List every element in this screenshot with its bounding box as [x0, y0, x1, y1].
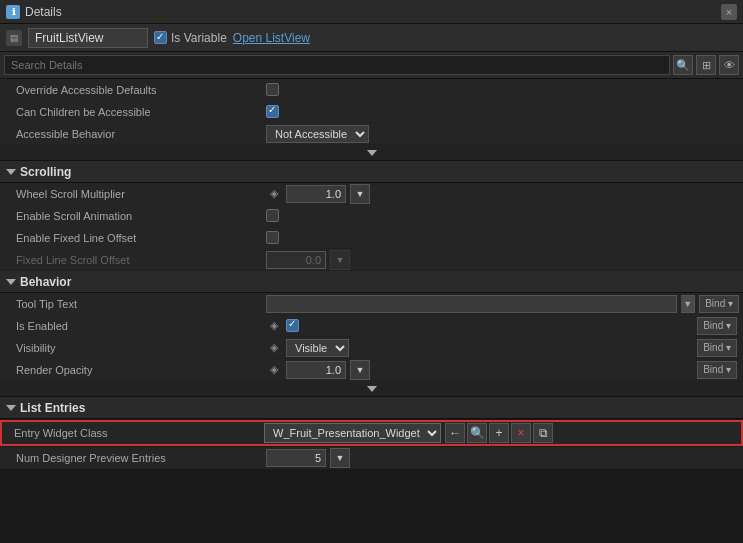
render-opacity-reset-icon[interactable]: ◈	[266, 363, 282, 376]
accessible-behavior-select[interactable]: Not Accessible	[266, 125, 369, 143]
collapse-row-1[interactable]	[0, 145, 743, 161]
entry-widget-arrow-left-btn[interactable]: ←	[445, 423, 465, 443]
is-variable-text: Is Variable	[171, 31, 227, 45]
visibility-reset-icon[interactable]: ◈	[266, 341, 282, 354]
override-accessible-defaults-value	[266, 83, 737, 96]
entry-widget-class-select[interactable]: W_Fruit_Presentation_Widget	[264, 423, 441, 443]
enable-fixed-line-offset-label: Enable Fixed Line Offset	[16, 232, 266, 244]
is-enabled-bind-button[interactable]: Bind ▾	[697, 317, 737, 335]
accessible-behavior-label: Accessible Behavior	[16, 128, 266, 140]
wheel-scroll-multiplier-value: ◈ ▼	[266, 184, 737, 204]
collapse-row-2[interactable]	[0, 381, 743, 397]
tool-tip-dropdown-btn[interactable]: ▼	[681, 295, 695, 313]
wheel-scroll-expand-btn[interactable]: ▼	[350, 184, 370, 204]
tool-tip-text-row: Tool Tip Text ▼ Bind ▾	[0, 293, 743, 315]
tool-tip-text-input[interactable]	[266, 295, 677, 313]
num-designer-preview-input[interactable]	[266, 449, 326, 467]
override-accessible-defaults-label: Override Accessible Defaults	[16, 84, 266, 96]
visibility-bind-button[interactable]: Bind ▾	[697, 339, 737, 357]
is-enabled-row: Is Enabled ◈ Bind ▾	[0, 315, 743, 337]
entry-widget-class-label: Entry Widget Class	[14, 427, 264, 439]
view-grid-button[interactable]: ⊞	[696, 55, 716, 75]
render-opacity-bind-button[interactable]: Bind ▾	[697, 361, 737, 379]
search-bar: 🔍 ⊞ 👁	[0, 52, 743, 79]
fixed-line-scroll-offset-label: Fixed Line Scroll Offset	[16, 254, 266, 266]
entry-widget-icon-buttons: ← 🔍 + × ⧉	[445, 423, 553, 443]
fixed-line-scroll-offset-input	[266, 251, 326, 269]
entry-widget-class-controls: W_Fruit_Presentation_Widget ← 🔍 + × ⧉	[264, 423, 737, 443]
tool-tip-text-value: ▼	[266, 295, 695, 313]
enable-fixed-line-offset-checkbox[interactable]	[266, 231, 279, 244]
properties-panel: Override Accessible Defaults Can Childre…	[0, 79, 743, 542]
entry-widget-remove-btn[interactable]: ×	[511, 423, 531, 443]
list-entries-collapse-icon	[6, 405, 16, 411]
title-bar-text: Details	[25, 5, 721, 19]
enable-scroll-animation-label: Enable Scroll Animation	[16, 210, 266, 222]
can-children-accessible-label: Can Children be Accessible	[16, 106, 266, 118]
behavior-section-title: Behavior	[20, 275, 71, 289]
entry-widget-browse-btn[interactable]: ⧉	[533, 423, 553, 443]
widget-icon: ▤	[6, 30, 22, 46]
wheel-scroll-multiplier-input[interactable]	[286, 185, 346, 203]
visibility-label: Visibility	[16, 342, 266, 354]
visibility-select[interactable]: Visible	[286, 339, 349, 357]
is-enabled-checkbox[interactable]	[286, 319, 299, 332]
enable-fixed-line-offset-row: Enable Fixed Line Offset	[0, 227, 743, 249]
num-designer-preview-row: Num Designer Preview Entries ▼	[0, 447, 743, 469]
override-accessible-defaults-checkbox[interactable]	[266, 83, 279, 96]
fixed-line-scroll-offset-row: Fixed Line Scroll Offset ▼	[0, 249, 743, 271]
visibility-value: ◈ Visible	[266, 339, 693, 357]
is-enabled-value: ◈	[266, 319, 693, 332]
collapse-arrow-2	[367, 386, 377, 392]
view-eye-button[interactable]: 👁	[719, 55, 739, 75]
scrolling-collapse-icon	[6, 169, 16, 175]
entry-widget-search-btn[interactable]: 🔍	[467, 423, 487, 443]
enable-fixed-line-offset-value	[266, 231, 737, 244]
num-designer-expand-btn[interactable]: ▼	[330, 448, 350, 468]
render-opacity-input[interactable]	[286, 361, 346, 379]
fixed-line-scroll-offset-value: ▼	[266, 250, 737, 270]
is-variable-label: Is Variable	[154, 31, 227, 45]
toolbar: ▤ Is Variable Open ListView	[0, 24, 743, 52]
accessible-behavior-row: Accessible Behavior Not Accessible	[0, 123, 743, 145]
override-accessible-defaults-row: Override Accessible Defaults	[0, 79, 743, 101]
list-entries-section-header[interactable]: List Entries	[0, 397, 743, 419]
entry-widget-class-row: Entry Widget Class W_Fruit_Presentation_…	[0, 420, 743, 446]
wheel-scroll-multiplier-label: Wheel Scroll Multiplier	[16, 188, 266, 200]
accessible-behavior-value: Not Accessible	[266, 125, 737, 143]
tool-tip-bind-button[interactable]: Bind ▾	[699, 295, 739, 313]
wheel-scroll-multiplier-row: Wheel Scroll Multiplier ◈ ▼	[0, 183, 743, 205]
search-input[interactable]	[4, 55, 670, 75]
scrolling-section-header[interactable]: Scrolling	[0, 161, 743, 183]
render-opacity-expand-btn[interactable]: ▼	[350, 360, 370, 380]
is-enabled-label: Is Enabled	[16, 320, 266, 332]
entry-widget-add-btn[interactable]: +	[489, 423, 509, 443]
can-children-accessible-checkbox[interactable]	[266, 105, 279, 118]
behavior-section-header[interactable]: Behavior	[0, 271, 743, 293]
enable-scroll-animation-row: Enable Scroll Animation	[0, 205, 743, 227]
variable-name-input[interactable]	[28, 28, 148, 48]
title-bar: ℹ Details ×	[0, 0, 743, 24]
search-button[interactable]: 🔍	[673, 55, 693, 75]
render-opacity-row: Render Opacity ◈ ▼ Bind ▾	[0, 359, 743, 381]
behavior-collapse-icon	[6, 279, 16, 285]
close-button[interactable]: ×	[721, 4, 737, 20]
open-listview-button[interactable]: Open ListView	[233, 31, 310, 45]
render-opacity-label: Render Opacity	[16, 364, 266, 376]
tool-tip-text-label: Tool Tip Text	[16, 298, 266, 310]
is-variable-checkbox[interactable]	[154, 31, 167, 44]
can-children-accessible-row: Can Children be Accessible	[0, 101, 743, 123]
can-children-accessible-value	[266, 105, 737, 118]
enable-scroll-animation-checkbox[interactable]	[266, 209, 279, 222]
list-entries-section-title: List Entries	[20, 401, 85, 415]
fixed-line-expand-btn: ▼	[330, 250, 350, 270]
is-enabled-reset-icon[interactable]: ◈	[266, 319, 282, 332]
num-designer-preview-value: ▼	[266, 448, 737, 468]
enable-scroll-animation-value	[266, 209, 737, 222]
visibility-row: Visibility ◈ Visible Bind ▾	[0, 337, 743, 359]
scrolling-section-title: Scrolling	[20, 165, 71, 179]
collapse-arrow-1	[367, 150, 377, 156]
wheel-scroll-reset-icon[interactable]: ◈	[266, 187, 282, 200]
details-icon: ℹ	[6, 5, 20, 19]
render-opacity-value: ◈ ▼	[266, 360, 693, 380]
